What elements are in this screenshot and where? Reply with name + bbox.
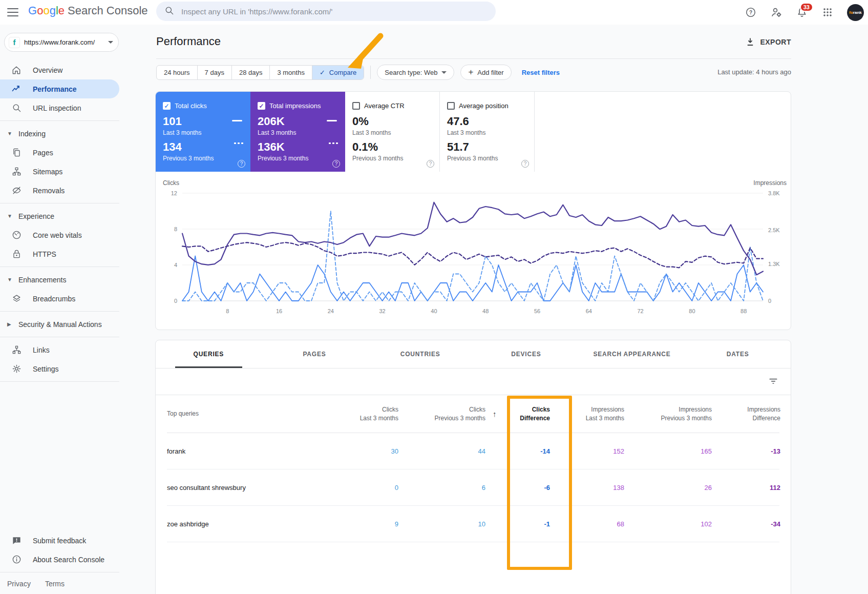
layers-icon: [11, 294, 22, 304]
total-clicks-tile[interactable]: ✓ Total clicks 101 Last 3 months 134 Pre…: [156, 92, 250, 172]
export-button[interactable]: EXPORT: [746, 37, 791, 47]
total-impressions-tile[interactable]: ✓ Total impressions 206K Last 3 months 1…: [250, 92, 345, 172]
sidebar-item-url-inspection[interactable]: URL inspection: [0, 98, 119, 117]
search-console-app: GoogleSearch Console Inspect any URL in …: [0, 0, 868, 594]
app-logo[interactable]: GoogleSearch Console: [28, 4, 148, 17]
tab-devices[interactable]: DEVICES: [473, 340, 579, 368]
checkbox-unchecked-icon[interactable]: [447, 102, 455, 110]
pages-copy-icon: [11, 148, 22, 158]
hamburger-menu-icon[interactable]: [6, 6, 19, 17]
search-type-dropdown[interactable]: Search type: Web: [377, 65, 454, 80]
sidebar-section-enhancements[interactable]: ▼ Enhancements: [0, 270, 119, 289]
column-clicks-last[interactable]: ClicksLast 3 months: [321, 405, 398, 423]
about-search-console-button[interactable]: About Search Console: [0, 550, 119, 569]
table-row[interactable]: seo consultant shrewsbury06-613826112: [167, 469, 779, 506]
reset-filters-link[interactable]: Reset filters: [522, 69, 560, 76]
svg-text:48: 48: [482, 308, 489, 314]
svg-text:40: 40: [431, 308, 437, 314]
divider: [0, 572, 119, 572]
performance-line-chart[interactable]: 0041.3K82.5K123.8KClicksImpressions81624…: [156, 177, 791, 331]
add-filter-button[interactable]: + Add filter: [460, 65, 511, 80]
column-impressions-prev[interactable]: ImpressionsPrevious 3 months: [624, 405, 712, 423]
tab-pages[interactable]: PAGES: [262, 340, 368, 368]
average-position-tile[interactable]: Average position 47.6 Last 3 months 51.7…: [440, 92, 535, 172]
sidebar-item-overview[interactable]: Overview: [0, 60, 119, 79]
sidebar-item-core-web-vitals[interactable]: Core web vitals: [0, 226, 119, 244]
sidebar-item-https[interactable]: HTTPS: [0, 244, 119, 263]
svg-text:64: 64: [586, 308, 592, 314]
help-icon[interactable]: ?: [427, 160, 434, 168]
plus-icon: +: [468, 67, 473, 77]
notifications-bell-icon[interactable]: 33: [796, 6, 808, 18]
svg-text:32: 32: [379, 308, 385, 314]
legal-links: Privacy Terms: [0, 580, 119, 588]
date-range-24-hours[interactable]: 24 hours: [157, 66, 198, 79]
property-selector[interactable]: f https://www.forank.com/: [4, 33, 119, 52]
date-range-7-days[interactable]: 7 days: [198, 66, 232, 79]
privacy-link[interactable]: Privacy: [7, 580, 31, 588]
tab-countries[interactable]: COUNTRIES: [367, 340, 473, 368]
sidebar-section-security[interactable]: ▶ Security & Manual Actions: [0, 315, 119, 334]
clicks-diff-cell: -14: [485, 447, 550, 455]
terms-link[interactable]: Terms: [45, 580, 65, 588]
sidebar-section-indexing[interactable]: ▼ Indexing: [0, 124, 119, 143]
column-top-queries[interactable]: Top queries: [167, 409, 321, 418]
average-ctr-tile[interactable]: Average CTR 0% Last 3 months 0.1% Previo…: [345, 92, 440, 172]
tab-queries[interactable]: QUERIES: [156, 340, 262, 368]
column-clicks-difference[interactable]: ↑ClicksDifference: [485, 405, 550, 423]
sidebar-item-pages[interactable]: Pages: [0, 143, 119, 162]
tab-dates[interactable]: DATES: [685, 340, 791, 368]
date-range-3-months[interactable]: 3 months: [270, 66, 312, 79]
account-avatar[interactable]: forank: [847, 4, 864, 21]
sidebar-footer: Submit feedback About Search Console Pri…: [0, 531, 119, 588]
clicks-last-cell: 9: [321, 520, 398, 528]
checkbox-checked-icon[interactable]: ✓: [258, 102, 265, 110]
checkbox-unchecked-icon[interactable]: [352, 102, 360, 110]
sidebar-item-breadcrumbs[interactable]: Breadcrumbs: [0, 289, 119, 308]
sidebar-item-links[interactable]: Links: [0, 340, 119, 359]
table-row[interactable]: zoe ashbridge910-168102-34: [167, 506, 779, 542]
sidebar-section-experience[interactable]: ▼ Experience: [0, 207, 119, 226]
submit-feedback-button[interactable]: Submit feedback: [0, 531, 119, 550]
query-cell[interactable]: forank: [167, 447, 321, 455]
compare-toggle[interactable]: ✓Compare: [312, 66, 364, 79]
info-icon: [11, 555, 22, 565]
query-cell[interactable]: zoe ashbridge: [167, 520, 321, 528]
checkbox-checked-icon[interactable]: ✓: [163, 102, 171, 110]
sidebar-item-settings[interactable]: Settings: [0, 359, 119, 378]
table-tabs: QUERIES PAGES COUNTRIES DEVICES SEARCH A…: [156, 340, 791, 368]
sidebar-item-removals[interactable]: Removals: [0, 181, 119, 200]
url-inspect-searchbox[interactable]: Inspect any URL in 'https://www.forank.c…: [156, 2, 496, 21]
impressions-prev-cell: 102: [624, 520, 712, 528]
svg-text:8: 8: [174, 226, 177, 232]
query-cell[interactable]: seo consultant shrewsbury: [167, 484, 321, 491]
date-range-28-days[interactable]: 28 days: [232, 66, 270, 79]
filter-icon[interactable]: [768, 376, 778, 388]
ctr-last-value: 0%: [352, 115, 432, 128]
clicks-diff-cell: -6: [485, 484, 550, 491]
apps-grid-icon[interactable]: [821, 6, 834, 18]
column-clicks-prev[interactable]: ClicksPrevious 3 months: [398, 405, 485, 423]
magnifier-icon: [11, 103, 22, 113]
table-filter-row: [156, 368, 791, 395]
help-icon[interactable]: ?: [745, 6, 757, 18]
impressions-prev-cell: 26: [624, 484, 712, 491]
clicks-last-cell: 30: [321, 447, 398, 455]
help-icon[interactable]: ?: [332, 160, 340, 168]
svg-text:0: 0: [174, 298, 177, 304]
impressions-prev-cell: 165: [624, 447, 712, 455]
column-impressions-difference[interactable]: ImpressionsDifference: [712, 405, 780, 423]
series-impressions-previous-3-months: [182, 242, 763, 268]
svg-text:16: 16: [276, 308, 282, 314]
table-row[interactable]: forank3044-14152165-13: [167, 433, 779, 469]
table-body: forank3044-14152165-13seo consultant shr…: [167, 433, 779, 542]
dotted-line-marker: [329, 142, 338, 144]
help-icon[interactable]: ?: [521, 160, 529, 168]
help-icon[interactable]: ?: [238, 160, 245, 168]
tab-search-appearance[interactable]: SEARCH APPEARANCE: [579, 340, 685, 368]
sidebar-item-sitemaps[interactable]: Sitemaps: [0, 162, 119, 181]
user-settings-icon[interactable]: [770, 6, 782, 18]
sidebar-item-performance[interactable]: Performance: [0, 79, 119, 98]
column-impressions-last[interactable]: ImpressionsLast 3 months: [550, 405, 624, 423]
gear-icon: [11, 364, 22, 374]
